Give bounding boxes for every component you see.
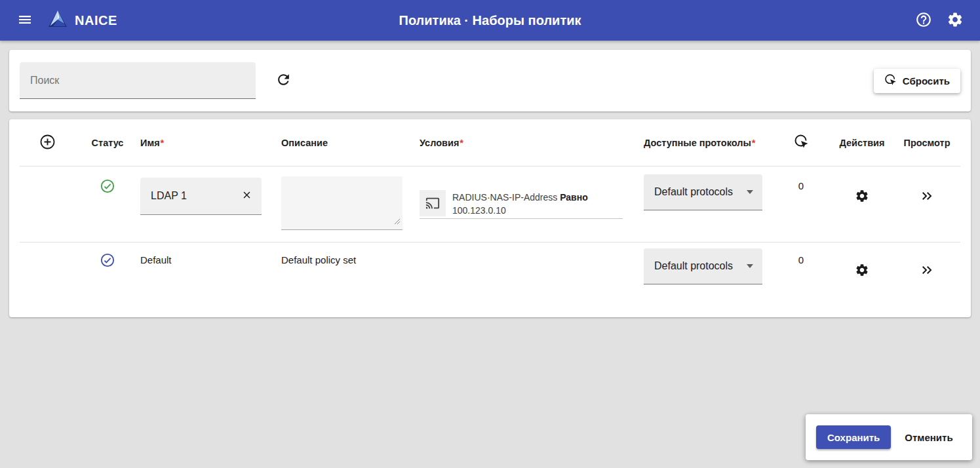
policy-set-table: Статус Имя* Описание Условия* Доступные …	[9, 119, 971, 317]
column-header-protocols: Доступные протоколы*	[635, 138, 762, 148]
search-input[interactable]	[20, 62, 256, 98]
column-header-view: Просмотр	[884, 138, 970, 148]
gear-icon	[855, 189, 869, 205]
help-button[interactable]	[911, 7, 937, 33]
search-panel: Сбросить	[9, 50, 971, 111]
brand: NAICE	[47, 9, 117, 31]
name-text: Default	[140, 254, 172, 265]
reset-hits-button[interactable]: Сбросить	[874, 69, 960, 93]
table-row: Default Default policy set Default proto…	[9, 243, 971, 317]
hits-count: 0	[798, 254, 804, 265]
row-settings-button[interactable]	[852, 186, 872, 208]
status-check-icon	[100, 179, 115, 195]
open-policy-set-button[interactable]	[916, 260, 937, 283]
clear-name-button[interactable]	[239, 189, 262, 203]
condition-attribute: RADIUS·NAS-IP-Address	[452, 192, 557, 203]
help-icon	[915, 11, 932, 30]
reset-hits-label: Сбросить	[903, 75, 950, 87]
protocols-select[interactable]: Default protocols	[644, 248, 762, 284]
protocols-select[interactable]: Default protocols	[644, 174, 762, 210]
protocols-selected-value: Default protocols	[654, 186, 733, 198]
cast-icon	[420, 190, 446, 216]
chevron-down-icon	[747, 190, 753, 194]
column-header-actions: Действия	[840, 138, 884, 148]
reset-hits-icon	[884, 73, 897, 88]
column-header-status: Статус	[75, 138, 140, 148]
table-header-row: Статус Имя* Описание Условия* Доступные …	[9, 119, 971, 166]
row-settings-button[interactable]	[852, 260, 872, 282]
status-check-icon	[100, 253, 115, 269]
condition-value: 100.123.0.10	[452, 205, 506, 216]
table-row: RADIUS·NAS-IP-Address Равно 100.123.0.10…	[9, 166, 971, 242]
condition-text: RADIUS·NAS-IP-Address Равно 100.123.0.10	[452, 190, 588, 217]
page-title: Политика · Наборы политик	[0, 13, 980, 28]
close-icon	[241, 189, 252, 203]
column-header-conditions: Условия*	[402, 138, 635, 148]
topbar: NAICE Политика · Наборы политик	[0, 0, 980, 41]
description-input[interactable]	[281, 176, 402, 229]
condition-operator: Равно	[560, 192, 588, 203]
save-cancel-panel: Сохранить Отменить	[806, 414, 972, 460]
gear-icon	[947, 11, 964, 30]
column-header-name: Имя*	[140, 138, 262, 148]
add-policy-set-button[interactable]	[37, 131, 58, 155]
name-field	[140, 178, 262, 215]
refresh-icon	[275, 71, 292, 90]
double-chevron-right-icon	[919, 262, 935, 280]
add-circle-icon	[39, 134, 56, 152]
double-chevron-right-icon	[919, 188, 935, 206]
settings-button[interactable]	[942, 7, 968, 33]
cancel-button[interactable]: Отменить	[905, 432, 952, 443]
naice-logo-icon	[47, 9, 68, 31]
status-toggle[interactable]	[100, 179, 115, 195]
description-field	[281, 176, 402, 230]
save-button[interactable]: Сохранить	[816, 425, 891, 449]
status-toggle[interactable]	[100, 253, 115, 269]
hits-icon	[794, 134, 809, 151]
column-header-description: Описание	[262, 138, 402, 148]
column-header-hits	[762, 134, 840, 151]
search-field	[20, 62, 256, 99]
gear-icon	[855, 263, 869, 279]
brand-name: NAICE	[75, 13, 117, 28]
hits-count: 0	[798, 180, 804, 191]
condition-chip[interactable]: RADIUS·NAS-IP-Address Равно 100.123.0.10	[420, 190, 623, 219]
chevron-down-icon	[747, 264, 753, 268]
protocols-selected-value: Default protocols	[654, 260, 733, 272]
description-text: Default policy set	[281, 254, 356, 265]
hamburger-icon	[17, 12, 33, 29]
name-input[interactable]	[140, 190, 239, 202]
refresh-button[interactable]	[270, 68, 296, 94]
open-policy-set-button[interactable]	[916, 185, 937, 208]
menu-button[interactable]	[12, 7, 38, 33]
